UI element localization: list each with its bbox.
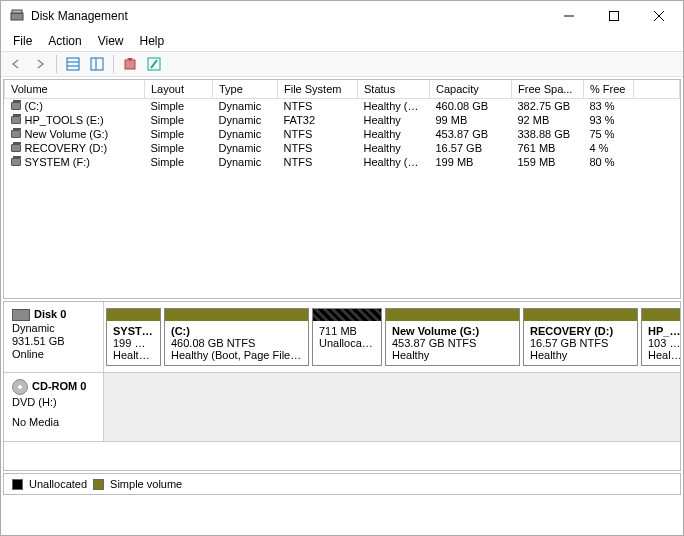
cell-pct: 83 % <box>584 99 634 114</box>
cell-free: 92 MB <box>512 113 584 127</box>
cell-pct: 75 % <box>584 127 634 141</box>
volume-row[interactable]: HP_TOOLS (E:)SimpleDynamicFAT32Healthy99… <box>5 113 680 127</box>
cdrom-line2: No Media <box>12 416 95 428</box>
partition-status: Healthy <box>530 349 631 361</box>
disk-info[interactable]: Disk 0 Dynamic 931.51 GB Online <box>4 302 104 372</box>
graphical-view-icon[interactable] <box>86 53 108 75</box>
cell-pct: 80 % <box>584 155 634 169</box>
minimize-button[interactable] <box>546 1 591 31</box>
cell-type: Dynamic <box>213 127 278 141</box>
partition[interactable]: 711 MBUnallocated <box>312 308 382 366</box>
legend-swatch-simple <box>93 479 104 490</box>
refresh-icon[interactable] <box>119 53 141 75</box>
menu-view[interactable]: View <box>90 32 132 50</box>
partition-size: 460.08 GB NTFS <box>171 337 302 349</box>
volume-icon <box>11 116 21 124</box>
partition[interactable]: (C:)460.08 GB NTFSHealthy (Boot, Page Fi… <box>164 308 309 366</box>
cell-pct: 4 % <box>584 141 634 155</box>
toolbar <box>1 51 683 77</box>
forward-icon[interactable] <box>29 53 51 75</box>
svg-rect-4 <box>67 58 79 70</box>
partition-bar <box>386 309 519 321</box>
cell-capacity: 99 MB <box>430 113 512 127</box>
cell-type: Dynamic <box>213 113 278 127</box>
back-icon[interactable] <box>5 53 27 75</box>
cell-layout: Simple <box>145 99 213 114</box>
svg-rect-3 <box>609 12 618 21</box>
cell-capacity: 199 MB <box>430 155 512 169</box>
partition[interactable]: HP_TOO103 MBHealthy <box>641 308 681 366</box>
volume-icon <box>11 144 21 152</box>
menu-help[interactable]: Help <box>132 32 173 50</box>
cell-free: 159 MB <box>512 155 584 169</box>
partition-bar <box>165 309 308 321</box>
volume-name: RECOVERY (D:) <box>5 141 145 155</box>
table-view-icon[interactable] <box>62 53 84 75</box>
disk-panel: Disk 0 Dynamic 931.51 GB Online SYSTEM19… <box>3 301 681 471</box>
column-header[interactable]: File System <box>278 80 358 99</box>
column-header[interactable] <box>634 80 680 99</box>
svg-rect-0 <box>11 13 23 20</box>
close-button[interactable] <box>636 1 681 31</box>
cell-layout: Simple <box>145 113 213 127</box>
cell-free: 338.88 GB <box>512 127 584 141</box>
column-header[interactable]: Capacity <box>430 80 512 99</box>
partition-size: 711 MB <box>319 325 375 337</box>
volume-row[interactable]: SYSTEM (F:)SimpleDynamicNTFSHealthy (S..… <box>5 155 680 169</box>
cell-fs: NTFS <box>278 155 358 169</box>
volume-row[interactable]: (C:)SimpleDynamicNTFSHealthy (B...460.08… <box>5 99 680 114</box>
disk-size: 931.51 GB <box>12 335 95 347</box>
volume-row[interactable]: New Volume (G:)SimpleDynamicNTFSHealthy4… <box>5 127 680 141</box>
column-header[interactable]: Type <box>213 80 278 99</box>
volume-name: New Volume (G:) <box>5 127 145 141</box>
partition-bar <box>524 309 637 321</box>
partition-bar <box>313 309 381 321</box>
partition-name: New Volume (G:) <box>392 325 513 337</box>
disk-state: Online <box>12 348 95 360</box>
partition[interactable]: New Volume (G:)453.87 GB NTFSHealthy <box>385 308 520 366</box>
cdrom-info[interactable]: CD-ROM 0 DVD (H:) No Media <box>4 373 104 441</box>
cell-type: Dynamic <box>213 141 278 155</box>
volume-icon <box>11 130 21 138</box>
partition-status: Unallocated <box>319 337 375 349</box>
maximize-button[interactable] <box>591 1 636 31</box>
column-header[interactable]: % Free <box>584 80 634 99</box>
disk-row: Disk 0 Dynamic 931.51 GB Online SYSTEM19… <box>4 302 680 373</box>
cdrom-row: CD-ROM 0 DVD (H:) No Media <box>4 373 680 442</box>
partition-body: 711 MBUnallocated <box>313 321 381 353</box>
column-header[interactable]: Status <box>358 80 430 99</box>
partition-bar <box>642 309 681 321</box>
partition[interactable]: SYSTEM199 MB NHealthy ( <box>106 308 161 366</box>
legend: Unallocated Simple volume <box>3 473 681 495</box>
column-header[interactable]: Free Spa... <box>512 80 584 99</box>
menu-action[interactable]: Action <box>40 32 89 50</box>
cell-layout: Simple <box>145 127 213 141</box>
cell-fs: NTFS <box>278 127 358 141</box>
cell-capacity: 16.57 GB <box>430 141 512 155</box>
cell-free: 761 MB <box>512 141 584 155</box>
cell-fs: NTFS <box>278 99 358 114</box>
cell-status: Healthy (B... <box>358 99 430 114</box>
volume-row[interactable]: RECOVERY (D:)SimpleDynamicNTFSHealthy16.… <box>5 141 680 155</box>
volume-name: (C:) <box>5 99 145 113</box>
menu-file[interactable]: File <box>5 32 40 50</box>
help-icon[interactable] <box>143 53 165 75</box>
cell-capacity: 460.08 GB <box>430 99 512 114</box>
svg-rect-1 <box>12 10 22 13</box>
window-title: Disk Management <box>31 9 546 23</box>
cell-status: Healthy <box>358 113 430 127</box>
volume-list: VolumeLayoutTypeFile SystemStatusCapacit… <box>3 79 681 299</box>
cd-icon <box>12 379 28 395</box>
cell-status: Healthy <box>358 127 430 141</box>
partition-body: SYSTEM199 MB NHealthy ( <box>107 321 160 365</box>
volume-icon <box>11 102 21 110</box>
partition[interactable]: RECOVERY (D:)16.57 GB NTFSHealthy <box>523 308 638 366</box>
titlebar: Disk Management <box>1 1 683 31</box>
cdrom-partitions <box>104 373 680 441</box>
partition-bar <box>107 309 160 321</box>
column-header[interactable]: Layout <box>145 80 213 99</box>
column-header[interactable]: Volume <box>5 80 145 99</box>
svg-rect-9 <box>125 60 135 69</box>
partition-name: HP_TOO <box>648 325 681 337</box>
svg-rect-7 <box>91 58 103 70</box>
